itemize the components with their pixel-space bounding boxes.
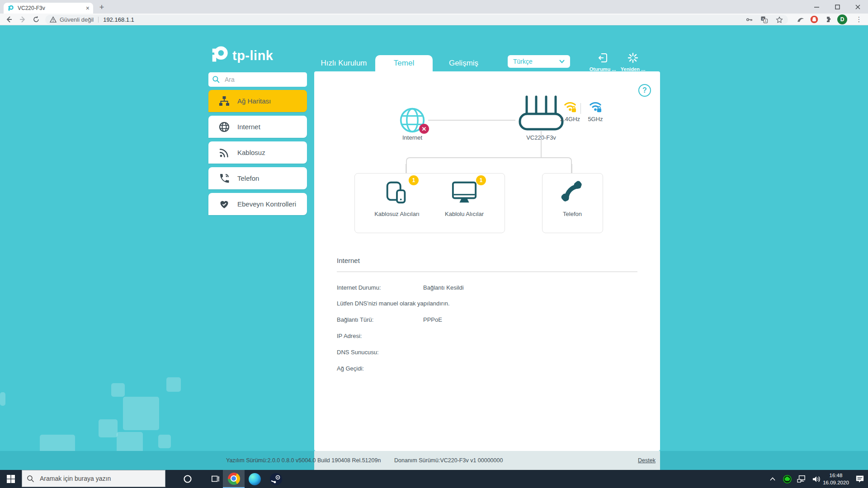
- band-separator: [580, 103, 581, 114]
- password-key-icon[interactable]: [745, 16, 753, 23]
- window-minimize-button[interactable]: [806, 0, 827, 14]
- globe-icon: [218, 121, 230, 133]
- parental-controls-icon: [218, 198, 230, 210]
- gateway-label: Ağ Geçidi:: [337, 365, 364, 372]
- wireless-clients-icon: [384, 179, 410, 205]
- new-tab-button[interactable]: +: [96, 2, 108, 14]
- steam-icon: [270, 473, 282, 485]
- tray-antivirus-icon[interactable]: [779, 470, 795, 488]
- taskbar-clock[interactable]: 16:48 16.09.2020: [821, 472, 851, 486]
- router-drop-line: [541, 131, 542, 157]
- sidebar-item-label: Kablosuz: [237, 149, 265, 156]
- section-title: Internet: [337, 257, 360, 264]
- tab-title: VC220-F3v: [18, 5, 86, 11]
- sidebar-item-label: Ağ Haritası: [237, 97, 271, 105]
- bookmark-star-icon[interactable]: [775, 16, 783, 24]
- translate-icon[interactable]: a A: [760, 16, 768, 23]
- tab-advanced[interactable]: Gelişmiş: [435, 55, 492, 71]
- firmware-version: Yazılım Sürümü:2.0.0 0.8.0 v5004.0 Build…: [226, 457, 381, 464]
- refresh-button[interactable]: [31, 14, 42, 24]
- window-close-button[interactable]: [847, 0, 868, 14]
- wifi-band-2g[interactable]: 2.4GHz: [557, 101, 584, 122]
- windows-taskbar: 16:48 16.09.2020: [0, 470, 868, 488]
- connection-type-label: Bağlantı Türü:: [337, 316, 373, 323]
- browser-tab[interactable]: VC220-F3v ×: [4, 3, 93, 14]
- tab-close-icon[interactable]: ×: [86, 5, 90, 11]
- deco-square: [0, 392, 5, 406]
- sidebar-item-phone[interactable]: Telefon: [208, 167, 307, 189]
- ip-address-label: IP Adresi:: [337, 333, 362, 339]
- reboot-icon: [627, 52, 638, 63]
- wan-link-line: [428, 120, 515, 121]
- not-secure-warning-icon: [50, 16, 57, 23]
- tp-link-favicon: [7, 5, 14, 12]
- phone-device-label: Telefon: [545, 211, 599, 217]
- taskbar-steam-button[interactable]: [266, 470, 286, 488]
- reboot-button[interactable]: Yeniden ...: [617, 52, 649, 72]
- deco-square: [166, 377, 181, 392]
- taskbar-search-input[interactable]: [39, 474, 154, 483]
- extension-swirl-icon[interactable]: [795, 14, 806, 24]
- language-select[interactable]: Türkçe: [508, 55, 570, 68]
- deco-square: [99, 419, 118, 437]
- wired-clients-count-badge: 1: [476, 175, 486, 185]
- status-value: Bağlantı Kesildi: [423, 284, 464, 291]
- profile-avatar[interactable]: D: [837, 14, 847, 24]
- sidebar-item-label: Internet: [237, 123, 260, 131]
- router-admin-page: tp-link Hızlı Kurulum Temel Gelişmiş Tür…: [0, 25, 868, 470]
- sidebar-item-wireless[interactable]: Kablosuz: [208, 141, 307, 164]
- logout-button[interactable]: Oturumu ...: [587, 52, 618, 72]
- wired-clients-group[interactable]: Kablolu Alıcılar 1: [437, 179, 491, 217]
- search-input[interactable]: [224, 75, 298, 84]
- logout-icon: [597, 52, 608, 63]
- dns-server-label: DNS Sunucusu:: [337, 349, 379, 356]
- taskbar-search[interactable]: [22, 470, 165, 487]
- deco-square: [158, 435, 171, 448]
- sidebar-item-network-map[interactable]: Ağ Haritası: [208, 90, 307, 112]
- back-button[interactable]: [4, 14, 14, 24]
- handset-icon: [559, 179, 585, 205]
- wifi-2g-label: 2.4GHz: [557, 116, 584, 122]
- language-value: Türkçe: [513, 58, 533, 65]
- wifi-band-5g[interactable]: 5GHz: [582, 101, 609, 122]
- help-icon[interactable]: ?: [638, 84, 651, 97]
- wired-clients-label: Kablolu Alıcılar: [437, 211, 491, 217]
- chrome-icon: [228, 473, 240, 485]
- bracket-right-drop: [571, 164, 572, 174]
- tp-link-logo-icon: [209, 45, 230, 66]
- extensions-puzzle-icon[interactable]: [823, 14, 834, 24]
- adblock-hand-icon[interactable]: [809, 14, 820, 24]
- dns-note: Lütfen DNS'nizi manuel olarak yapılandır…: [337, 300, 450, 307]
- tray-chevron-icon[interactable]: [765, 470, 780, 488]
- tab-basic[interactable]: Temel: [375, 55, 433, 71]
- taskbar-edge-button[interactable]: [245, 470, 264, 488]
- search-icon: [212, 75, 220, 84]
- action-center-icon[interactable]: [852, 470, 868, 488]
- phone-device-group[interactable]: Telefon: [545, 179, 599, 217]
- disconnected-badge-icon: ✕: [419, 124, 429, 134]
- sidebar-item-parental-controls[interactable]: Ebeveyn Kontrolleri: [208, 193, 307, 215]
- sidebar-item-label: Ebeveyn Kontrolleri: [237, 200, 296, 208]
- sidebar-item-internet[interactable]: Internet: [208, 116, 307, 138]
- tab-quick-setup[interactable]: Hızlı Kurulum: [315, 55, 373, 71]
- tp-link-logo: tp-link: [209, 45, 274, 66]
- start-button[interactable]: [1, 470, 21, 488]
- forward-button[interactable]: [17, 14, 28, 24]
- wireless-icon: [218, 147, 230, 159]
- browser-menu-icon[interactable]: ⋮: [854, 14, 863, 24]
- sidebar-search[interactable]: [208, 72, 307, 87]
- window-maximize-button[interactable]: [827, 0, 848, 14]
- cortana-button[interactable]: [178, 470, 198, 488]
- security-label[interactable]: Güvenli değil: [60, 16, 94, 23]
- sidebar-item-label: Telefon: [237, 174, 259, 182]
- cortana-icon: [183, 474, 192, 483]
- tray-network-icon[interactable]: [794, 470, 809, 488]
- clock-date: 16.09.2020: [821, 479, 851, 486]
- address-bar[interactable]: Güvenli değil 192.168.1.1 a A: [45, 15, 788, 24]
- taskbar-chrome-button[interactable]: [223, 470, 245, 488]
- support-link[interactable]: Destek: [638, 457, 656, 464]
- wireless-clients-group[interactable]: Kablosuz Alıcıları 1: [370, 179, 424, 217]
- browser-titlebar: VC220-F3v × +: [0, 0, 868, 14]
- deco-square: [123, 397, 159, 430]
- url-text[interactable]: 192.168.1.1: [103, 16, 134, 23]
